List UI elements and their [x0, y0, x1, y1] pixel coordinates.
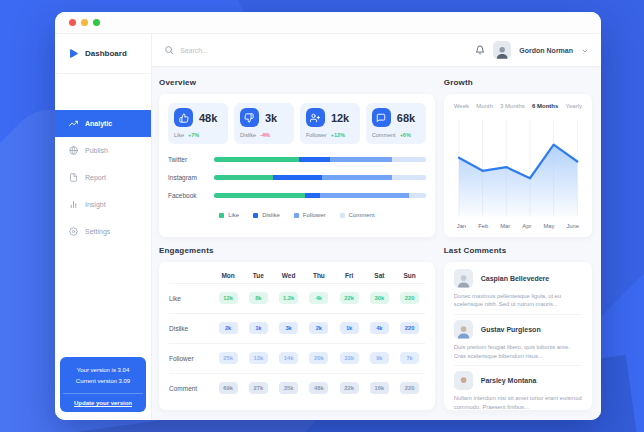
engagement-value: 16k	[370, 382, 389, 394]
gear-icon	[69, 227, 78, 237]
stat-comment: 68k Comment +6%	[366, 103, 426, 144]
x-tick: Mar	[500, 223, 510, 229]
engagement-value: 27k	[249, 382, 268, 394]
search-input[interactable]	[180, 47, 300, 54]
day-header: Wed	[282, 272, 296, 279]
engagement-value: 22k	[340, 382, 359, 394]
row-label: Comment	[169, 385, 213, 392]
engagement-value: 69k	[219, 382, 238, 394]
engagement-value: 9k	[370, 352, 389, 364]
stat-value: 68k	[397, 112, 415, 124]
stat-label: Comment	[372, 132, 396, 138]
comment-item[interactable]: Parsley Montana Nullam interdum nisi sit…	[454, 365, 582, 410]
bar-segment-follower	[320, 193, 409, 198]
commenter-name: Caspian Bellevedere	[481, 275, 549, 282]
user-avatar[interactable]	[493, 41, 511, 59]
tab-6-months[interactable]: 6 Months	[532, 103, 558, 109]
bar-label: Twitter	[168, 156, 214, 163]
engagements-row-like: Like 12k 8k 1.2k 4k 22k 30k 220	[169, 283, 425, 313]
comment-item[interactable]: Caspian Bellevedere Donec maximus pellen…	[454, 264, 582, 314]
update-version-link[interactable]: Update your version	[63, 393, 143, 412]
engagement-value: 220	[400, 292, 419, 304]
user-plus-icon	[306, 108, 325, 127]
tab-3-months[interactable]: 3 Months	[500, 103, 525, 109]
bar-chart-icon	[69, 200, 78, 210]
bar-segment-like	[214, 175, 273, 180]
minimize-window-button[interactable]	[81, 19, 88, 26]
engagement-value: 3k	[279, 322, 298, 334]
x-tick: Jan	[457, 223, 466, 229]
sidebar-item-report[interactable]: Report	[55, 164, 151, 191]
engagement-value: 2k	[309, 322, 328, 334]
comment-text: Donec maximus pellentesque ligula, ut eu…	[454, 292, 582, 309]
engagement-value: 25k	[219, 352, 238, 364]
bar-segment-comment	[392, 175, 426, 180]
bar-row-facebook: Facebook	[168, 192, 426, 199]
bar-segment-dislike	[273, 175, 322, 180]
engagement-value: 20k	[309, 352, 328, 364]
engagement-value: 4k	[309, 292, 328, 304]
day-header: Sat	[374, 272, 384, 279]
legend-label: Dislike	[262, 212, 280, 218]
legend-swatch	[219, 213, 224, 218]
close-window-button[interactable]	[69, 19, 76, 26]
stat-delta: +7%	[188, 132, 199, 138]
row-label: Dislike	[169, 325, 213, 332]
legend-like: Like	[219, 212, 239, 218]
x-tick: Feb	[478, 223, 488, 229]
bell-icon[interactable]	[475, 41, 485, 59]
app-window: Dashboard Analytic Publish Report Insi	[55, 12, 601, 420]
sidebar-item-settings[interactable]: Settings	[55, 218, 151, 245]
version-box: Your version is 3.04 Current version 3.0…	[60, 357, 146, 412]
engagement-value: 13k	[249, 352, 268, 364]
app-title: Dashboard	[85, 49, 127, 58]
engagement-value: 1k	[340, 322, 359, 334]
stat-label: Dislike	[240, 132, 256, 138]
search-icon	[164, 41, 174, 59]
bar-segment-dislike	[299, 157, 331, 162]
stacked-bar	[214, 157, 426, 162]
trend-up-icon	[69, 119, 78, 129]
sidebar-item-label: Insight	[85, 201, 106, 208]
engagement-value: 8k	[249, 292, 268, 304]
commenter-avatar	[454, 320, 473, 339]
commenter-name: Gustav Purgleson	[481, 326, 541, 333]
engagements-card: Mon Tue Wed Thu Fri Sat Sun Like 12k 8k	[159, 262, 435, 410]
legend-label: Comment	[349, 212, 375, 218]
app-logo: Dashboard	[55, 34, 151, 74]
version-latest-line: Current version 3.09	[63, 376, 143, 387]
stat-like: 48k Like +7%	[168, 103, 228, 144]
engagement-value: 1.2k	[279, 292, 298, 304]
chevron-down-icon[interactable]	[581, 41, 589, 59]
zoom-window-button[interactable]	[93, 19, 100, 26]
engagement-value: 4k	[370, 322, 389, 334]
engagement-value: 12k	[219, 292, 238, 304]
row-label: Follower	[169, 355, 213, 362]
bar-segment-like	[214, 193, 305, 198]
commenter-name: Parsley Montana	[481, 377, 537, 384]
legend-dislike: Dislike	[253, 212, 280, 218]
sidebar-item-insight[interactable]: Insight	[55, 191, 151, 218]
thumbs-up-icon	[174, 108, 193, 127]
sidebar-item-analytic[interactable]: Analytic	[55, 110, 151, 137]
sidebar-item-label: Report	[85, 174, 106, 181]
bar-row-twitter: Twitter	[168, 156, 426, 163]
engagement-value: 2k	[219, 322, 238, 334]
day-header: Sun	[403, 272, 415, 279]
tab-month[interactable]: Month	[476, 103, 493, 109]
engagements-title: Engagements	[159, 246, 435, 255]
tab-week[interactable]: Week	[454, 103, 469, 109]
sidebar-item-label: Settings	[85, 228, 110, 235]
legend-swatch	[253, 213, 258, 218]
commenter-avatar	[454, 269, 473, 288]
last-comments-card: Caspian Bellevedere Donec maximus pellen…	[444, 262, 592, 410]
engagement-value: 22k	[340, 292, 359, 304]
x-tick: June	[566, 223, 579, 229]
growth-title: Growth	[444, 78, 592, 87]
comment-item[interactable]: Gustav Purgleson Duis pretium feugiat li…	[454, 314, 582, 365]
tab-yearly[interactable]: Yearly	[566, 103, 582, 109]
day-header: Mon	[221, 272, 234, 279]
legend-label: Follower	[303, 212, 326, 218]
sidebar-item-publish[interactable]: Publish	[55, 137, 151, 164]
commenter-avatar	[454, 371, 473, 390]
